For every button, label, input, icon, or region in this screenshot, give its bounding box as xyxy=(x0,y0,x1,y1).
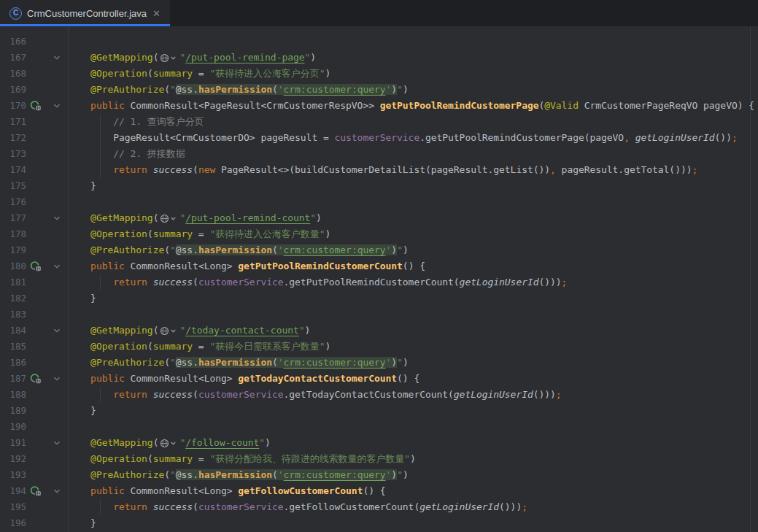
code-token: success xyxy=(153,389,193,400)
url-link-token[interactable]: crm:customer:query xyxy=(284,469,386,480)
api-endpoint-gutter-icon[interactable] xyxy=(26,258,45,274)
code-text[interactable] xyxy=(68,307,758,323)
code-text[interactable]: } xyxy=(68,515,758,531)
line-number[interactable]: 174 xyxy=(0,162,26,178)
line-number[interactable]: 175 xyxy=(0,178,26,194)
code-text[interactable]: public CommonResult<Long> getTodayContac… xyxy=(68,371,758,387)
code-text[interactable]: @Operation(summary = "获得今日需联系客户数量") xyxy=(68,339,758,355)
code-text[interactable]: public CommonResult<PageResult<CrmCustom… xyxy=(68,98,758,114)
code-text[interactable]: @PreAuthorize("@ss.hasPermission('crm:cu… xyxy=(68,355,758,371)
url-link-token[interactable]: /today-contact-count xyxy=(185,325,299,336)
code-text[interactable]: return success(customerService.getFollow… xyxy=(68,499,758,515)
code-text[interactable] xyxy=(68,194,758,210)
code-token: ( xyxy=(153,52,159,63)
line-number[interactable]: 192 xyxy=(0,451,26,467)
code-text[interactable]: public CommonResult<Long> getPutPoolRemi… xyxy=(68,258,758,274)
code-text[interactable]: @GetMapping("/put-pool-remind-count") xyxy=(68,210,758,226)
code-text[interactable]: @Operation(summary = "获得分配给我、待跟进的线索数量的客户… xyxy=(68,451,758,467)
line-number[interactable]: 169 xyxy=(0,82,26,98)
url-link-token[interactable]: crm:customer:query xyxy=(284,357,386,368)
code-token: ( xyxy=(272,357,278,368)
code-text[interactable]: @GetMapping("/follow-count") xyxy=(68,435,758,451)
api-endpoint-gutter-icon[interactable] xyxy=(26,98,45,114)
line-number[interactable]: 182 xyxy=(0,290,26,307)
code-text[interactable]: @PreAuthorize("@ss.hasPermission('crm:cu… xyxy=(68,242,758,258)
line-number[interactable]: 189 xyxy=(0,403,26,419)
url-globe-inlay-icon[interactable] xyxy=(158,326,179,336)
line-number[interactable]: 166 xyxy=(0,34,26,50)
api-endpoint-gutter-icon[interactable] xyxy=(26,483,45,499)
fold-chevron-icon[interactable] xyxy=(45,371,68,387)
code-text[interactable]: } xyxy=(68,178,758,194)
line-number[interactable]: 194 xyxy=(0,483,26,499)
line-number[interactable]: 170 xyxy=(0,98,26,114)
code-token: ()) xyxy=(715,132,732,143)
line-number[interactable]: 171 xyxy=(0,114,26,130)
line-number[interactable]: 190 xyxy=(0,419,26,435)
line-number[interactable]: 176 xyxy=(0,194,26,210)
code-editor[interactable]: 166167 @GetMapping("/put-pool-remind-pag… xyxy=(0,26,758,532)
code-text[interactable]: PageResult<CrmCustomerDO> pageResult = c… xyxy=(68,130,758,146)
line-number[interactable]: 188 xyxy=(0,387,26,403)
fold-chevron-icon[interactable] xyxy=(45,98,68,114)
url-globe-inlay-icon[interactable] xyxy=(158,53,179,63)
fold-chevron-icon[interactable] xyxy=(45,258,68,274)
line-number[interactable]: 177 xyxy=(0,210,26,226)
editor-tab[interactable]: C CrmCustomerController.java ✕ xyxy=(0,0,170,26)
url-link-token[interactable]: crm:customer:query xyxy=(284,84,386,95)
code-text[interactable] xyxy=(68,34,758,50)
line-number[interactable]: 193 xyxy=(0,467,26,483)
code-text[interactable]: return success(customerService.getTodayC… xyxy=(68,387,758,403)
code-text[interactable] xyxy=(68,419,758,435)
url-link-token[interactable]: crm:customer:query xyxy=(284,244,386,255)
url-link-token[interactable]: /put-pool-remind-count xyxy=(185,212,310,223)
code-text[interactable]: return success(new PageResult<>(buildCus… xyxy=(68,162,758,178)
line-number[interactable]: 173 xyxy=(0,146,26,162)
fold-chevron-icon[interactable] xyxy=(45,483,68,499)
fold-chevron-icon[interactable] xyxy=(45,435,68,451)
code-token: return xyxy=(68,389,147,400)
code-text[interactable]: @PreAuthorize("@ss.hasPermission('crm:cu… xyxy=(68,467,758,483)
code-text[interactable]: // 1. 查询客户分页 xyxy=(68,114,758,130)
line-number[interactable]: 186 xyxy=(0,355,26,371)
code-token: ( xyxy=(193,389,198,400)
code-text[interactable]: @Operation(summary = "获得待进入公海客户数量") xyxy=(68,226,758,242)
code-token: public xyxy=(68,485,125,496)
code-text[interactable]: public CommonResult<Long> getFollowCusto… xyxy=(68,483,758,499)
code-line: 166 xyxy=(0,34,758,50)
code-token: ( xyxy=(147,453,153,464)
url-link-token[interactable]: /follow-count xyxy=(185,437,259,448)
line-number[interactable]: 185 xyxy=(0,339,26,355)
line-number[interactable]: 167 xyxy=(0,50,26,66)
code-text[interactable]: // 2. 拼接数据 xyxy=(68,146,758,162)
url-link-token[interactable]: /put-pool-remind-page xyxy=(185,52,304,63)
code-text[interactable]: @GetMapping("/today-contact-count") xyxy=(68,323,758,339)
code-text[interactable]: } xyxy=(68,403,758,419)
gutter-icon-space xyxy=(26,130,45,146)
line-number[interactable]: 184 xyxy=(0,323,26,339)
code-text[interactable]: @GetMapping("/put-pool-remind-page") xyxy=(68,50,758,66)
line-number[interactable]: 180 xyxy=(0,258,26,274)
line-number[interactable]: 196 xyxy=(0,515,26,531)
line-number[interactable]: 181 xyxy=(0,274,26,290)
code-text[interactable]: } xyxy=(68,290,758,307)
fold-chevron-icon[interactable] xyxy=(45,210,68,226)
code-text[interactable]: return success(customerService.getPutPoo… xyxy=(68,274,758,290)
line-number[interactable]: 179 xyxy=(0,242,26,258)
line-number[interactable]: 168 xyxy=(0,66,26,82)
line-number[interactable]: 183 xyxy=(0,307,26,323)
line-number[interactable]: 187 xyxy=(0,371,26,387)
gutter-icon-space xyxy=(26,515,45,531)
line-number[interactable]: 195 xyxy=(0,499,26,515)
fold-chevron-icon[interactable] xyxy=(45,50,68,66)
line-number[interactable]: 172 xyxy=(0,130,26,146)
tab-close-icon[interactable]: ✕ xyxy=(152,7,161,20)
line-number[interactable]: 191 xyxy=(0,435,26,451)
url-globe-inlay-icon[interactable] xyxy=(158,214,179,223)
api-endpoint-gutter-icon[interactable] xyxy=(26,371,45,387)
fold-chevron-icon[interactable] xyxy=(45,323,68,339)
code-text[interactable]: @PreAuthorize("@ss.hasPermission('crm:cu… xyxy=(68,82,758,98)
code-text[interactable]: @Operation(summary = "获得待进入公海客户分页") xyxy=(68,66,758,82)
url-globe-inlay-icon[interactable] xyxy=(158,439,179,448)
line-number[interactable]: 178 xyxy=(0,226,26,242)
